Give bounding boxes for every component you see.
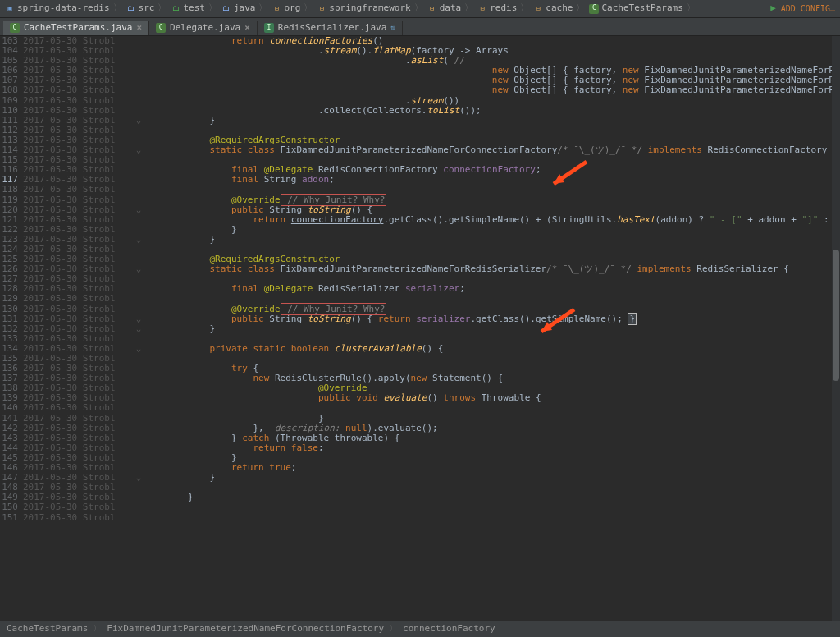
code-line[interactable]: public void evaluate() throws Throwable … — [144, 393, 840, 403]
gutter[interactable] — [133, 165, 144, 175]
gutter[interactable]: ⌄ — [133, 145, 144, 155]
code-line[interactable]: return true; — [144, 463, 840, 473]
gutter[interactable] — [133, 215, 144, 225]
gutter[interactable] — [133, 354, 144, 364]
line-number[interactable]: 140 — [0, 403, 23, 413]
gutter[interactable] — [133, 126, 144, 135]
line-number[interactable]: 118 — [0, 185, 23, 195]
gutter[interactable] — [133, 453, 144, 463]
code-line[interactable]: } — [144, 225, 840, 235]
gutter[interactable] — [133, 493, 144, 502]
close-tab-icon[interactable]: × — [136, 23, 142, 33]
code-line[interactable]: final String addon; — [144, 175, 840, 185]
breadcrumb-item[interactable]: 〉⊟springframework — [304, 3, 410, 13]
line-number[interactable]: 132 — [0, 324, 23, 334]
close-tab-icon[interactable]: × — [244, 23, 250, 33]
code-line[interactable]: } — [144, 473, 840, 483]
code-line[interactable]: .collect(Collectors.toList()); — [144, 106, 840, 116]
breadcrumb-item[interactable]: 〉🗀src — [113, 3, 155, 13]
gutter[interactable] — [133, 85, 144, 95]
gutter[interactable] — [133, 393, 144, 403]
structure-crumb[interactable]: connectionFactory — [403, 624, 495, 634]
add-config-link[interactable]: ADD CONFIG… — [781, 4, 835, 13]
gutter[interactable]: ⌄ — [133, 264, 144, 274]
editor-tab[interactable]: IRedisSerializer.java⇅ — [258, 21, 403, 35]
code-line[interactable] — [144, 403, 840, 413]
line-number[interactable]: 142 — [0, 424, 23, 433]
gutter[interactable]: ⌄ — [133, 116, 144, 126]
gutter[interactable]: ⌄ — [133, 205, 144, 215]
structure-breadcrumb[interactable]: CacheTestParams〉FixDamnedJunitParameteri… — [0, 621, 840, 637]
structure-crumb[interactable]: CacheTestParams — [7, 624, 88, 634]
breadcrumb-item[interactable]: 〉🗀test — [158, 3, 205, 13]
gutter[interactable] — [133, 483, 144, 493]
gutter[interactable] — [133, 185, 144, 195]
gutter[interactable] — [133, 305, 144, 314]
gutter[interactable] — [133, 96, 144, 106]
gutter[interactable] — [133, 76, 144, 85]
gutter[interactable] — [133, 175, 144, 185]
code-line[interactable]: final @Delegate RedisSerializer serializ… — [144, 284, 840, 294]
code-line[interactable]: } — [144, 324, 840, 334]
structure-crumb[interactable]: FixDamnedJunitParameterizedNameForConnec… — [107, 624, 384, 634]
code-line[interactable] — [144, 502, 840, 512]
breadcrumb-item[interactable]: 〉⊟redis — [464, 3, 517, 13]
gutter[interactable]: ⌄ — [133, 473, 144, 483]
breadcrumb-item[interactable]: 〉⊟org — [258, 3, 300, 13]
line-number[interactable]: 120 — [0, 205, 23, 215]
code-line[interactable] — [144, 513, 840, 523]
breadcrumb-item[interactable]: 〉🗀java — [208, 3, 256, 13]
gutter[interactable] — [133, 284, 144, 294]
breadcrumb-item[interactable]: 〉⊟data — [414, 3, 462, 13]
line-number[interactable]: 130 — [0, 305, 23, 314]
gutter[interactable] — [133, 294, 144, 304]
gutter[interactable] — [133, 403, 144, 413]
gutter[interactable] — [133, 66, 144, 76]
code-line[interactable] — [144, 483, 840, 493]
gutter[interactable] — [133, 274, 144, 284]
breadcrumb-item[interactable]: ▣spring-data-redis — [5, 3, 110, 13]
code-line[interactable]: new Object[] { factory, new FixDamnedJun… — [144, 85, 840, 95]
gutter[interactable] — [133, 195, 144, 205]
code-editor[interactable]: 1032017-05-30 Strobl return connectionFa… — [0, 36, 840, 621]
gutter[interactable] — [133, 443, 144, 453]
code-line[interactable]: static class FixDamnedJunitParameterized… — [144, 145, 840, 155]
code-line[interactable]: .stream()) — [144, 96, 840, 106]
code-line[interactable]: return connectionFactory.getClass().getS… — [144, 215, 840, 225]
gutter[interactable] — [133, 46, 144, 56]
gutter[interactable]: ⌄ — [133, 314, 144, 324]
code-line[interactable]: return false; — [144, 443, 840, 453]
gutter[interactable] — [133, 433, 144, 443]
line-number[interactable]: 151 — [0, 513, 23, 523]
code-line[interactable]: static class FixDamnedJunitParameterized… — [144, 264, 840, 274]
gutter[interactable] — [133, 245, 144, 254]
line-number[interactable]: 150 — [0, 502, 23, 512]
gutter[interactable] — [133, 424, 144, 433]
line-number[interactable]: 109 — [0, 96, 23, 106]
line-number[interactable]: 131 — [0, 314, 23, 324]
gutter[interactable] — [133, 383, 144, 393]
gutter[interactable] — [133, 56, 144, 66]
breadcrumb-item[interactable]: 〉CCacheTestParams — [576, 3, 682, 13]
gutter[interactable] — [133, 36, 144, 46]
gutter[interactable] — [133, 502, 144, 512]
code-line[interactable]: } — [144, 493, 840, 502]
line-number[interactable]: 121 — [0, 215, 23, 225]
gutter[interactable]: ⌄ — [133, 235, 144, 245]
gutter[interactable] — [133, 414, 144, 424]
code-line[interactable]: private static boolean clusterAvailable(… — [144, 344, 840, 354]
gutter[interactable] — [133, 155, 144, 165]
code-line[interactable]: } — [144, 116, 840, 126]
code-line[interactable]: } — [144, 235, 840, 245]
gutter[interactable]: ⌄ — [133, 324, 144, 334]
gutter[interactable] — [133, 106, 144, 116]
line-number[interactable]: 141 — [0, 414, 23, 424]
gutter[interactable] — [133, 364, 144, 373]
editor-tab[interactable]: CCacheTestParams.java× — [3, 21, 149, 35]
code-line[interactable]: public String toString() { return serial… — [144, 314, 840, 324]
gutter[interactable] — [133, 513, 144, 523]
breadcrumb-item[interactable]: 〉⊟cache — [520, 3, 573, 13]
editor-tab[interactable]: CDelegate.java× — [149, 21, 258, 35]
scroll-thumb[interactable] — [833, 250, 839, 381]
run-icon[interactable]: ▶ — [770, 3, 776, 13]
